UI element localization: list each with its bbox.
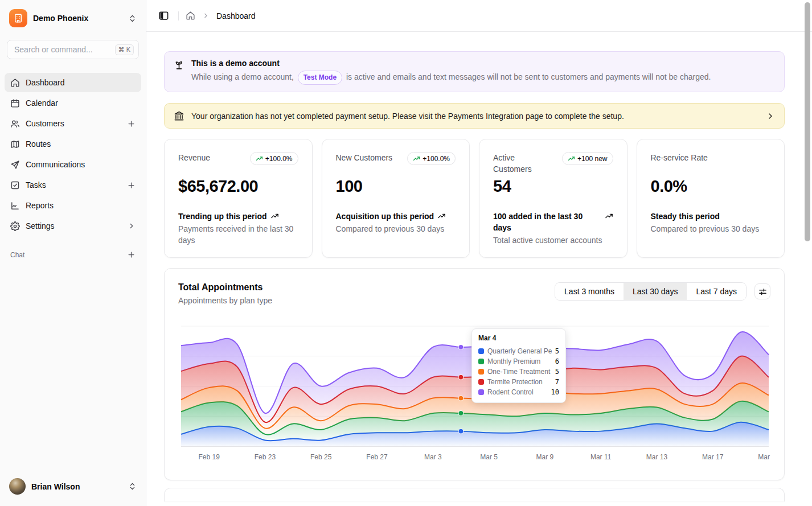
tooltip-series-value: 7 (555, 378, 559, 386)
plus-icon[interactable] (127, 120, 136, 128)
range-last-7-days[interactable]: Last 7 days (687, 283, 746, 300)
plus-icon[interactable] (127, 181, 136, 190)
sidebar-toggle-button[interactable] (155, 8, 171, 24)
tooltip-series-value: 5 (555, 368, 559, 376)
stat-badge-text: +100.0% (423, 155, 450, 163)
tooltip-row: Quarterly General Pest 5 (478, 346, 559, 356)
landmark-icon (174, 110, 184, 121)
svg-text:Feb 23: Feb 23 (255, 453, 276, 461)
trending-up-icon (605, 212, 613, 220)
breadcrumb-current: Dashboard (216, 11, 256, 20)
tooltip-series-value: 10 (551, 388, 559, 396)
users-icon (10, 119, 20, 129)
payment-setup-banner[interactable]: Your organization has not yet completed … (164, 103, 785, 129)
tooltip-row: One-Time Treatment 5 (478, 367, 559, 377)
chart-title: Total Appointments (178, 282, 272, 293)
series-swatch (478, 389, 484, 395)
sidebar-item-communications[interactable]: Communications (5, 155, 141, 174)
sidebar-item-label: Dashboard (26, 78, 136, 87)
stat-value: 0.0% (651, 177, 771, 196)
revenue-card: Revenue +100.0% $65,672.00 Trending up t… (164, 139, 313, 258)
test-mode-badge: Test Mode (298, 71, 342, 85)
search-shortcut-badge: ⌘ K (115, 44, 134, 55)
stat-cards: Revenue +100.0% $65,672.00 Trending up t… (164, 139, 785, 258)
sidebar-item-customers[interactable]: Customers (5, 114, 141, 133)
chart-line-icon (10, 201, 20, 211)
demo-banner-text-suffix: is active and emails and text messages w… (346, 72, 711, 81)
gear-icon (10, 221, 20, 231)
chevron-right-icon (128, 222, 136, 230)
sidebar-item-reports[interactable]: Reports (5, 196, 141, 215)
stat-badge: +100 new (562, 152, 613, 165)
app-root: Demo Phoenix Search or command... ⌘ K Da… (0, 0, 812, 506)
tooltip-date: Mar 4 (478, 334, 559, 342)
map-icon (10, 139, 20, 149)
chevron-right-icon (766, 112, 775, 121)
trending-up-icon (413, 155, 420, 162)
demo-account-banner: This is a demo account While using a dem… (164, 51, 785, 92)
demo-banner-body: While using a demo account, Test Mode is… (191, 71, 711, 85)
sidebar-item-dashboard[interactable]: Dashboard (5, 73, 141, 92)
user-name: Brian Wilson (31, 482, 122, 491)
range-last-30-days[interactable]: Last 30 days (624, 283, 687, 300)
sliders-icon (758, 287, 767, 296)
tooltip-row: Termite Protection 7 (478, 377, 559, 387)
svg-text:Mar 19: Mar 19 (758, 453, 772, 461)
panel-left-icon (158, 10, 169, 21)
stat-trend-text: Steady this period (651, 211, 720, 222)
sidebar-item-label: Calendar (26, 98, 136, 108)
trending-up-icon (568, 155, 575, 162)
tooltip-series-label: Quarterly General Pest (487, 347, 552, 355)
sidebar-item-label: Tasks (26, 180, 121, 190)
stat-subtitle: Compared to previous 30 days (651, 223, 771, 235)
stat-trend-text: Acquisition up this period (336, 211, 434, 222)
sidebar-item-calendar[interactable]: Calendar (5, 93, 141, 113)
new-customers-card: New Customers +100.0% 100 Acquisition up… (322, 139, 470, 258)
demo-banner-title: This is a demo account (191, 59, 711, 68)
payment-banner-text: Your organization has not yet completed … (191, 112, 759, 121)
svg-text:Mar 9: Mar 9 (536, 453, 554, 461)
appointments-chart[interactable]: Feb 19Feb 23Feb 25Feb 27Mar 3Mar 5Mar 9M… (178, 312, 770, 466)
svg-text:Mar 17: Mar 17 (702, 453, 724, 461)
sidebar-nav: Dashboard Calendar Customers Routes Comm… (5, 73, 141, 236)
sidebar-item-label: Routes (26, 139, 136, 149)
page-content: This is a demo account While using a dem… (146, 32, 812, 506)
tooltip-series-value: 6 (555, 357, 559, 365)
series-swatch (478, 379, 484, 385)
stat-title: Revenue (178, 152, 210, 176)
tooltip-row: Rodent Control 10 (478, 387, 559, 397)
reservice-rate-card: Re-service Rate 0.0% Steady this period … (637, 139, 785, 258)
search-input[interactable]: Search or command... ⌘ K (7, 40, 139, 59)
chevron-right-icon (202, 12, 210, 19)
range-last-3-months[interactable]: Last 3 months (555, 283, 624, 300)
scrollbar-thumb[interactable] (805, 2, 810, 241)
tooltip-series-label: Monthly Premium (487, 357, 552, 365)
home-icon (10, 78, 20, 88)
stat-title: New Customers (336, 152, 393, 176)
chart-subtitle: Appointments by plan type (178, 296, 272, 305)
chart-settings-button[interactable] (754, 283, 770, 299)
user-menu[interactable]: Brian Wilson (5, 474, 141, 499)
sidebar-item-settings[interactable]: Settings (5, 216, 141, 236)
tooltip-series-value: 5 (555, 347, 559, 355)
stat-trend-text: Trending up this period (178, 211, 267, 222)
series-swatch (478, 359, 484, 364)
breadcrumb-home-icon[interactable] (186, 11, 195, 20)
demo-banner-text-prefix: While using a demo account, (191, 72, 294, 81)
series-swatch (478, 348, 484, 354)
search-placeholder: Search or command... (14, 45, 110, 54)
svg-text:Feb 19: Feb 19 (198, 453, 220, 461)
svg-text:Mar 5: Mar 5 (480, 453, 498, 461)
workspace-switcher[interactable]: Demo Phoenix (5, 7, 141, 30)
building-icon (13, 13, 23, 23)
sidebar-item-routes[interactable]: Routes (5, 134, 141, 154)
sidebar-item-tasks[interactable]: Tasks (5, 175, 141, 195)
active-customers-card: Active Customers +100 new 54 100 added i… (479, 139, 628, 258)
plus-icon[interactable] (127, 250, 136, 259)
app-logo (9, 9, 27, 27)
svg-text:Mar 11: Mar 11 (590, 453, 612, 461)
trending-up-icon (437, 212, 446, 220)
stat-badge: +100.0% (407, 152, 456, 165)
trending-up-icon (256, 155, 263, 162)
tooltip-row: Monthly Premium 6 (478, 356, 559, 367)
